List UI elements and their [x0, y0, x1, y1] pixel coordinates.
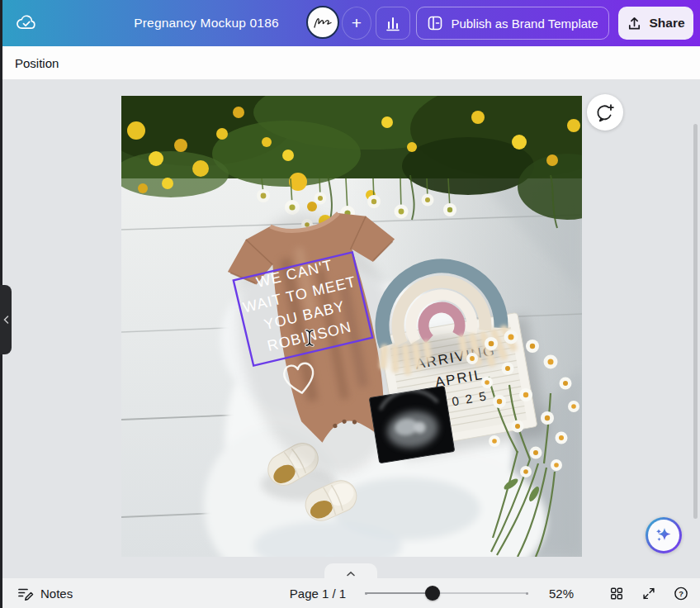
fullscreen-button[interactable]	[637, 578, 660, 608]
sidebar-collapse-tab[interactable]	[0, 285, 12, 354]
insights-button[interactable]	[376, 7, 410, 40]
fullscreen-icon	[642, 586, 655, 601]
notes-icon	[17, 585, 34, 602]
canvas-scrollbar[interactable]	[693, 124, 698, 519]
footer-collapse-tab[interactable]	[324, 563, 377, 578]
add-button[interactable]: +	[342, 7, 371, 40]
help-icon: ?	[674, 585, 688, 602]
grid-view-icon	[610, 586, 623, 601]
zoom-percentage[interactable]: 52%	[543, 578, 579, 608]
position-button[interactable]: Position	[15, 56, 59, 70]
signature-logo	[310, 12, 335, 32]
magic-assistant-inner	[648, 520, 679, 551]
comment-plus-icon	[595, 102, 615, 122]
page-indicator: Page 1 / 1	[272, 578, 363, 608]
slider-fill	[365, 592, 433, 594]
chevron-left-icon	[3, 316, 9, 324]
design-page[interactable]: ARRIVING APRIL 2 0 2 5	[121, 96, 582, 557]
add-comment-button[interactable]	[587, 94, 623, 131]
brand-template-icon	[427, 15, 443, 31]
share-button[interactable]: Share	[618, 7, 693, 40]
bar-chart-icon	[385, 15, 401, 31]
context-toolbar: Position	[0, 46, 700, 79]
publish-button-label: Publish as Brand Template	[451, 17, 598, 31]
avatar[interactable]	[306, 6, 339, 39]
ultrasound-photo	[369, 385, 455, 463]
notes-button[interactable]: Notes	[12, 578, 78, 608]
slider-knob[interactable]	[425, 586, 440, 601]
zoom-slider[interactable]	[365, 578, 528, 608]
publish-brand-template-button[interactable]: Publish as Brand Template	[416, 7, 609, 40]
magic-assistant-button[interactable]	[646, 517, 682, 553]
grid-view-button[interactable]	[605, 578, 628, 608]
notes-label: Notes	[40, 587, 73, 601]
header-bar: Pregnancy Mockup 0186 + Publish as Brand…	[0, 0, 700, 46]
sparkles-icon	[653, 525, 674, 546]
cloud-sync-icon	[15, 12, 38, 34]
slider-end-dot	[526, 592, 528, 595]
footer-bar: Notes Page 1 / 1 52%	[0, 578, 700, 608]
svg-text:?: ?	[679, 588, 683, 597]
document-title[interactable]: Pregnancy Mockup 0186	[116, 0, 297, 46]
canvas-area: ARRIVING APRIL 2 0 2 5	[0, 79, 700, 608]
share-button-label: Share	[649, 16, 684, 31]
chevron-up-icon	[345, 571, 357, 577]
share-upload-icon	[627, 16, 642, 31]
help-button[interactable]: ?	[669, 578, 693, 608]
canva-editor: Pregnancy Mockup 0186 + Publish as Brand…	[0, 0, 700, 608]
